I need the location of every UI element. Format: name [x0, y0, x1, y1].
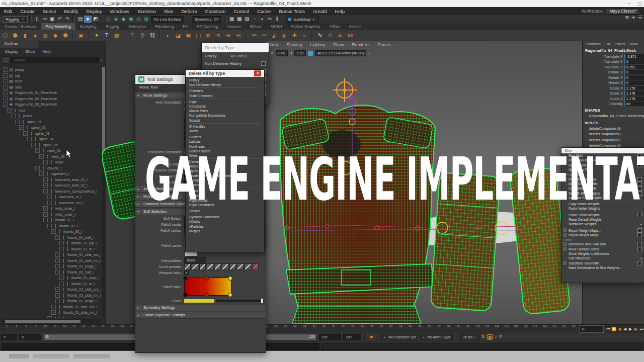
outliner-item[interactable]: - ▤ persp	[0, 67, 101, 73]
frame-tick[interactable]: 6	[21, 325, 31, 333]
sign-in-field[interactable]: tsantskap ▾	[285, 16, 318, 23]
pause-viewport-icon[interactable]: ‖	[273, 16, 281, 23]
curve-preset-button[interactable]	[184, 263, 191, 270]
outliner-item[interactable]: - ▤ top	[0, 73, 101, 79]
outliner-item[interactable]: - ⟨ spine_05	[0, 142, 101, 148]
expand-toggle-icon[interactable]: -	[7, 108, 12, 113]
display-layers-icon[interactable]: ✂	[266, 16, 273, 23]
go-to-start-button[interactable]: ⏮	[606, 327, 611, 332]
render-view-icon[interactable]: ▦	[228, 16, 235, 23]
menu-item[interactable]: Clips	[186, 100, 264, 104]
shelf-tab[interactable]: Bifrost	[246, 23, 266, 30]
step-back-key-button[interactable]: ⏪	[611, 327, 616, 331]
option-box-icon[interactable]	[261, 61, 266, 66]
menu-item[interactable]: Control	[229, 9, 253, 14]
frame-tick[interactable]: 84	[396, 325, 406, 333]
redo-icon[interactable]: ↷	[63, 16, 71, 23]
animation-end-field[interactable]: 200	[343, 334, 361, 340]
auto-key-icon[interactable]: ▦	[487, 334, 493, 340]
attribute-value[interactable]: 1.178	[624, 86, 644, 90]
ramp-handle[interactable]	[228, 293, 232, 297]
input-node-item[interactable]: deleteComponent8	[583, 131, 644, 137]
super-shape-icon[interactable]: ◉	[77, 31, 85, 39]
channel-attribute-row[interactable]: Rotate Z 0	[583, 80, 644, 86]
channel-attribute-row[interactable]: Translate Y 0	[583, 59, 644, 65]
expand-toggle-icon[interactable]: -	[3, 73, 8, 78]
channel-attribute-row[interactable]: Scale Z 1.178	[583, 96, 644, 102]
menu-item[interactable]: Help	[331, 9, 349, 14]
shelf-tab[interactable]: Sculpting	[75, 23, 101, 30]
attribute-value[interactable]: 1.178	[624, 97, 644, 101]
attribute-value[interactable]: 0	[624, 80, 644, 85]
menu-item[interactable]: Bake Deformation to Skin Weights... ▸	[561, 265, 644, 270]
expand-toggle-icon[interactable]: -	[55, 287, 60, 292]
frame-tick[interactable]: 98	[463, 325, 473, 333]
option-box-icon[interactable]	[637, 233, 642, 237]
menu-item[interactable]: Non-particle Expressions	[186, 113, 264, 118]
menu-item[interactable]: Display	[82, 9, 106, 14]
maximize-button[interactable]: ▢	[637, 0, 642, 7]
outliner-item[interactable]: - ⟨ pelvis	[0, 113, 101, 119]
frame-tick[interactable]: 96	[453, 325, 463, 333]
expand-toggle-icon[interactable]: -	[47, 195, 52, 199]
expand-toggle-icon[interactable]: -	[51, 310, 56, 315]
ik-handle-icon[interactable]: ⚲	[138, 31, 146, 39]
expand-toggle-icon[interactable]: -	[47, 224, 52, 228]
curve-preset-button[interactable]	[214, 263, 221, 270]
expand-toggle-icon[interactable]: -	[59, 282, 64, 286]
quad-draw-icon[interactable]: ⬖	[280, 31, 288, 39]
delete-by-type-title[interactable]: Delete by Type	[202, 43, 269, 52]
collapsed-section-header[interactable]: Smart Duplicate Settings	[135, 312, 266, 319]
expand-toggle-icon[interactable]: -	[43, 206, 48, 211]
frame-tick[interactable]: 8	[31, 325, 40, 333]
frame-tick[interactable]: 74	[348, 325, 357, 333]
frame-tick[interactable]: 100	[473, 325, 482, 333]
outliner-item[interactable]: - ⟨ spine_03	[0, 131, 101, 137]
input-node-item[interactable]: deleteComponent9	[583, 126, 644, 132]
viewport-menu-item[interactable]: Renderer	[352, 42, 370, 48]
channel-box-menu-item[interactable]: Show	[629, 42, 638, 46]
channel-attribute-row[interactable]: Translate Z 6.251	[583, 64, 644, 70]
select-object-icon[interactable]: ➤	[84, 16, 92, 23]
attribute-value[interactable]: 6.251	[624, 65, 644, 69]
frame-tick[interactable]: 64	[300, 325, 309, 333]
expand-toggle-icon[interactable]: -	[51, 305, 56, 309]
menu-item[interactable]: Static Channels	[186, 94, 264, 98]
time-slider[interactable]: 2468101214161820222426283032343638404244…	[0, 324, 644, 333]
ramp-handle[interactable]	[183, 276, 188, 281]
frame-tick[interactable]: 22	[98, 325, 108, 333]
outliner-item[interactable]: - ⟨ neck_02	[0, 154, 101, 160]
poly-disc-icon[interactable]: ⬟	[61, 31, 69, 39]
shelf-separator[interactable]	[88, 31, 90, 39]
go-to-end-button[interactable]: ⏭	[639, 327, 644, 332]
menu-item[interactable]: Export Weight Maps... ▸	[561, 228, 644, 232]
frame-tick[interactable]: 4	[12, 325, 21, 333]
shelf-tab[interactable]: Rigging	[101, 23, 124, 30]
expand-toggle-icon[interactable]: -	[3, 79, 8, 83]
shelf-tab[interactable]: XGen	[325, 23, 344, 30]
boolean-difference-icon[interactable]: ◪	[174, 31, 182, 39]
channel-attribute-row[interactable]: Scale Y 1.178	[583, 91, 644, 97]
symmetry-field[interactable]: Symmetry: Off	[192, 16, 222, 23]
expand-toggle-icon[interactable]: -	[55, 293, 60, 298]
outliner-item[interactable]: - ⟨ thumb_01_side_out_l	[0, 304, 101, 310]
viewport-menu-item[interactable]: View	[269, 42, 278, 48]
step-forward-frame-button[interactable]: ▶	[633, 327, 638, 331]
menu-item[interactable]: Cache	[253, 9, 275, 14]
expand-toggle-icon[interactable]: -	[23, 131, 28, 136]
option-box-icon[interactable]	[637, 261, 642, 265]
expand-toggle-icon[interactable]: -	[19, 125, 24, 130]
outliner-item[interactable]: - ⟨ thumb_01_pip_l	[0, 240, 101, 246]
frame-tick[interactable]: 68	[319, 325, 329, 333]
shelf-tab[interactable]: MASH	[266, 23, 287, 30]
light-editor-icon[interactable]: ◕	[258, 16, 266, 23]
attribute-value[interactable]: 1.178	[624, 91, 644, 96]
smooth-icon[interactable]: ⌯	[300, 31, 308, 39]
poly-sphere-icon[interactable]: ⬡	[1, 31, 9, 39]
live-surface-field[interactable]: No Live Surface	[151, 16, 184, 23]
attribute-value[interactable]: on	[624, 102, 644, 106]
expand-toggle-icon[interactable]: -	[55, 235, 60, 240]
crease-tool-icon[interactable]: ✎	[316, 31, 324, 39]
anim-layer-selector[interactable]: ▾No Anim Layer	[420, 334, 453, 340]
sculpt-tool-icon[interactable]: ✦	[93, 31, 101, 39]
